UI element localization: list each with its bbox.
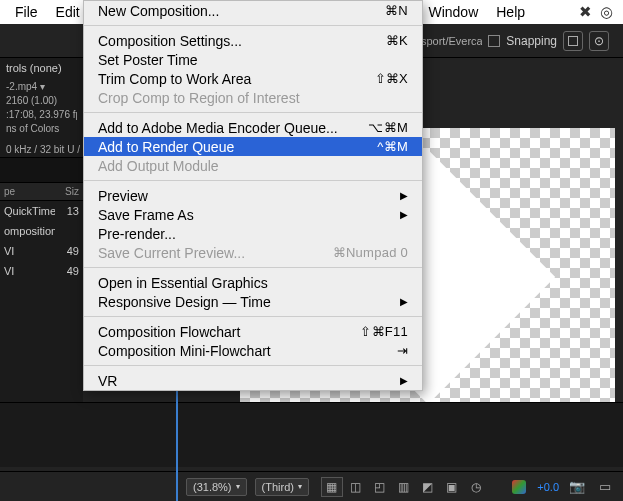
timeline-area[interactable] (0, 402, 623, 467)
menu-item-trim-comp-to-work-area[interactable]: Trim Comp to Work Area⇧⌘X (84, 69, 422, 88)
snapping-checkbox[interactable] (488, 35, 500, 47)
menu-item-label: Preview (98, 188, 400, 204)
cell-size (55, 225, 79, 237)
cell-type: omposition (4, 225, 55, 237)
cell-size: 13 (55, 205, 79, 217)
menu-item-open-in-essential-graphics[interactable]: Open in Essential Graphics (84, 273, 422, 292)
tool-timecode-icon[interactable]: ◷ (465, 477, 487, 497)
tool-channel-icon[interactable]: ◩ (417, 477, 439, 497)
exposure-value[interactable]: +0.0 (537, 481, 559, 493)
menu-item-label: Open in Essential Graphics (98, 275, 408, 291)
table-row[interactable]: QuickTime13 (0, 201, 83, 221)
menu-item-add-to-adobe-media-encoder-queue[interactable]: Add to Adobe Media Encoder Queue...⌥⌘M (84, 118, 422, 137)
table-header: pe Siz (0, 183, 83, 201)
status-swatch-group[interactable] (509, 477, 529, 497)
menu-item-label: Save Frame As (98, 207, 400, 223)
tool-region-icon[interactable]: ◰ (369, 477, 391, 497)
color-swatch-icon (512, 480, 526, 494)
menu-window[interactable]: Window (419, 1, 487, 23)
menu-separator (84, 267, 422, 268)
cell-type: VI (4, 265, 55, 277)
tool-transparency-icon[interactable]: ▣ (441, 477, 463, 497)
menu-item-label: VR (98, 373, 400, 389)
panel-gap (0, 157, 83, 183)
menu-separator (84, 25, 422, 26)
col-type[interactable]: pe (4, 186, 55, 197)
menu-item-crop-comp-to-region-of-interest: Crop Comp to Region of Interest (84, 88, 422, 107)
quality-dropdown[interactable]: (Third)▾ (255, 478, 309, 496)
menu-shortcut: ⇧⌘X (375, 71, 408, 86)
cell-type: QuickTime (4, 205, 55, 217)
audio-format: 0 kHz / 32 bit U / S (0, 138, 83, 157)
menu-item-save-frame-as[interactable]: Save Frame As▶ (84, 205, 422, 224)
menu-shortcut: ⇧⌘F11 (360, 324, 408, 339)
menu-item-label: Add Output Module (98, 158, 408, 174)
menu-item-label: Save Current Preview... (98, 245, 333, 261)
snap-option-2[interactable]: ⊙ (589, 31, 609, 51)
submenu-arrow-icon: ▶ (400, 209, 408, 220)
clip-resolution: 2160 (1.00) (6, 94, 77, 108)
zoom-value: (31.8%) (193, 481, 232, 493)
tool-grid-icon[interactable]: ▦ (321, 477, 343, 497)
menu-item-vr[interactable]: VR▶ (84, 371, 422, 390)
quality-value: (Third) (262, 481, 294, 493)
menu-item-label: New Composition... (98, 3, 385, 19)
menu-item-add-to-render-queue[interactable]: Add to Render Queue^⌘M (84, 137, 422, 156)
menu-shortcut: ⌥⌘M (368, 120, 408, 135)
menu-item-composition-flowchart[interactable]: Composition Flowchart⇧⌘F11 (84, 322, 422, 341)
menu-item-composition-mini-flowchart[interactable]: Composition Mini-Flowchart⇥ (84, 341, 422, 360)
menu-separator (84, 112, 422, 113)
clip-properties: -2.mp4 ▾ 2160 (1.00) :17:08, 23.976 fps … (0, 78, 83, 138)
tray-cc-icon[interactable]: ◎ (596, 3, 617, 21)
target-icon: ⊙ (594, 34, 604, 48)
snapshot-icon[interactable]: 📷 (567, 477, 587, 497)
clip-name[interactable]: -2.mp4 ▾ (6, 80, 77, 94)
menu-item-set-poster-time[interactable]: Set Poster Time (84, 50, 422, 69)
snapping-group: Snapping ⊙ (482, 29, 615, 53)
menu-item-label: Composition Flowchart (98, 324, 360, 340)
menu-item-pre-render[interactable]: Pre-render... (84, 224, 422, 243)
clip-colors: ns of Colors (6, 122, 77, 136)
menu-item-preview[interactable]: Preview▶ (84, 186, 422, 205)
tray-avast-icon[interactable]: ✖︎ (575, 3, 596, 21)
table-row[interactable]: VI49 (0, 241, 83, 261)
submenu-arrow-icon: ▶ (400, 375, 408, 386)
menu-help[interactable]: Help (487, 1, 534, 23)
col-size[interactable]: Siz (55, 186, 79, 197)
menu-item-save-current-preview: Save Current Preview...⌘Numpad 0 (84, 243, 422, 262)
menu-file[interactable]: File (6, 1, 47, 23)
menu-shortcut: ^⌘M (377, 139, 408, 154)
menu-separator (84, 180, 422, 181)
cell-type: VI (4, 245, 55, 257)
reveal-icon[interactable]: ▭ (595, 477, 615, 497)
zoom-dropdown[interactable]: (31.8%)▾ (186, 478, 247, 496)
submenu-arrow-icon: ▶ (400, 190, 408, 201)
menu-item-composition-settings[interactable]: Composition Settings...⌘K (84, 31, 422, 50)
menu-shortcut: ⌘N (385, 3, 408, 18)
menu-shortcut: ⌘Numpad 0 (333, 245, 408, 260)
submenu-arrow-icon: ▶ (400, 296, 408, 307)
tool-mask-icon[interactable]: ◫ (345, 477, 367, 497)
table-row[interactable]: VI49 (0, 261, 83, 281)
menu-item-label: Composition Settings... (98, 33, 386, 49)
cell-size: 49 (55, 265, 79, 277)
menu-item-responsive-design-time[interactable]: Responsive Design — Time▶ (84, 292, 422, 311)
snap-option-1[interactable] (563, 31, 583, 51)
menu-item-label: Composition Mini-Flowchart (98, 343, 397, 359)
menu-item-label: Crop Comp to Region of Interest (98, 90, 408, 106)
menu-item-label: Set Poster Time (98, 52, 408, 68)
menu-shortcut: ⇥ (397, 343, 408, 358)
menu-item-label: Pre-render... (98, 226, 408, 242)
tool-guides-icon[interactable]: ▥ (393, 477, 415, 497)
menu-item-label: Trim Comp to Work Area (98, 71, 375, 87)
menu-item-new-composition[interactable]: New Composition...⌘N (84, 1, 422, 20)
composition-menu-dropdown: New Composition...⌘NComposition Settings… (83, 0, 423, 391)
viewer-footer: (31.8%)▾ (Third)▾ ▦ ◫ ◰ ▥ ◩ ▣ ◷ +0.0 📷 ▭ (0, 471, 623, 501)
menu-item-label: Add to Adobe Media Encoder Queue... (98, 120, 368, 136)
menu-separator (84, 316, 422, 317)
menu-separator (84, 365, 422, 366)
viewer-tool-strip: ▦ ◫ ◰ ▥ ◩ ▣ ◷ (321, 477, 487, 497)
caret-icon: ▾ (298, 482, 302, 491)
effect-controls-label: trols (none) (0, 58, 83, 78)
table-row[interactable]: omposition (0, 221, 83, 241)
